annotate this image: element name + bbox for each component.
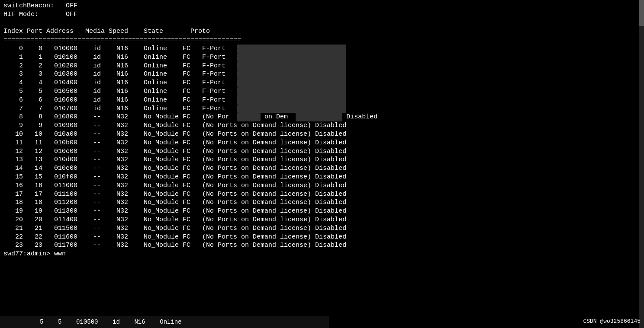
- table-row: 5 5 010500 id N16 Online FC F-Port: [3, 87, 641, 96]
- table-row: 13 13 010d00 -- N32 No_Module FC (No Por…: [3, 156, 641, 164]
- table-row: 9 9 010900 -- N32 No_Module FC (No Ports…: [3, 121, 641, 130]
- table-row: 7 7 010700 id N16 Online FC F-Port: [3, 105, 641, 113]
- table-row: 23 23 011700 -- N32 No_Module FC (No Por…: [3, 241, 641, 250]
- table-row: 18 18 011200 -- N32 No_Module FC (No Por…: [3, 198, 641, 207]
- blurred-data: [237, 87, 346, 96]
- table-row: 4 4 010400 id N16 Online FC F-Port: [3, 79, 641, 87]
- prompt-line[interactable]: swd77:admin> wwn_: [3, 250, 641, 258]
- blurred-data: [296, 113, 342, 121]
- blurred-data: [237, 53, 346, 62]
- cursor: _: [66, 250, 70, 258]
- table-row: 8 8 010800 -- N32 No_Module FC (No Por o…: [3, 113, 641, 121]
- blurred-data: [237, 70, 346, 79]
- column-header: Index Port Address Media Speed State Pro…: [3, 27, 641, 36]
- scrollbar-thumb[interactable]: [639, 0, 644, 26]
- blurred-data: [237, 105, 346, 113]
- separator: ========================================…: [3, 36, 641, 45]
- hif-mode-line: HIF Mode: OFF: [3, 10, 641, 19]
- table-row: 1 1 010100 id N16 Online FC F-Port: [3, 53, 641, 62]
- switch-beacon-line: switchBeacon: OFF: [3, 2, 641, 10]
- switch-beacon-value: OFF: [66, 2, 77, 10]
- table-row: 21 21 011500 -- N32 No_Module FC (No Por…: [3, 224, 641, 233]
- blurred-data: [237, 62, 346, 70]
- table-row: 6 6 010600 id N16 Online FC F-Port: [3, 96, 641, 105]
- table-row: 20 20 011400 -- N32 No_Module FC (No Por…: [3, 216, 641, 224]
- table-row: 15 15 010f00 -- N32 No_Module FC (No Por…: [3, 173, 641, 182]
- blurred-data: [237, 45, 346, 53]
- bottom-status-bar: 5 5 010500 id N16 Online: [0, 316, 329, 328]
- scrollbar[interactable]: [639, 0, 644, 328]
- table-row: 0 0 010000 id N16 Online FC F-Port: [3, 45, 641, 53]
- hif-mode-value: OFF: [66, 11, 77, 18]
- terminal: switchBeacon: OFF HIF Mode: OFF Index Po…: [0, 0, 644, 328]
- table-row: 12 12 010c00 -- N32 No_Module FC (No Por…: [3, 147, 641, 156]
- table-row: 2 2 010200 id N16 Online FC F-Port: [3, 62, 641, 70]
- table-row: 14 14 010e00 -- N32 No_Module FC (No Por…: [3, 164, 641, 173]
- table-row: 10 10 010a00 -- N32 No_Module FC (No Por…: [3, 130, 641, 139]
- blurred-data: [237, 79, 346, 87]
- table-row: 22 22 011600 -- N32 No_Module FC (No Por…: [3, 233, 641, 242]
- table-row: 17 17 011100 -- N32 No_Module FC (No Por…: [3, 190, 641, 199]
- table-row: 16 16 011000 -- N32 No_Module FC (No Por…: [3, 182, 641, 190]
- watermark: CSDN @wo325866145: [583, 318, 641, 325]
- blank-line-1: [3, 19, 641, 28]
- table-row: 11 11 010b00 -- N32 No_Module FC (No Por…: [3, 139, 641, 147]
- blurred-data: [237, 113, 261, 121]
- table-row: 3 3 010300 id N16 Online FC F-Port: [3, 70, 641, 79]
- blurred-data: [237, 96, 346, 105]
- table-row: 19 19 011300 -- N32 No_Module FC (No Por…: [3, 207, 641, 216]
